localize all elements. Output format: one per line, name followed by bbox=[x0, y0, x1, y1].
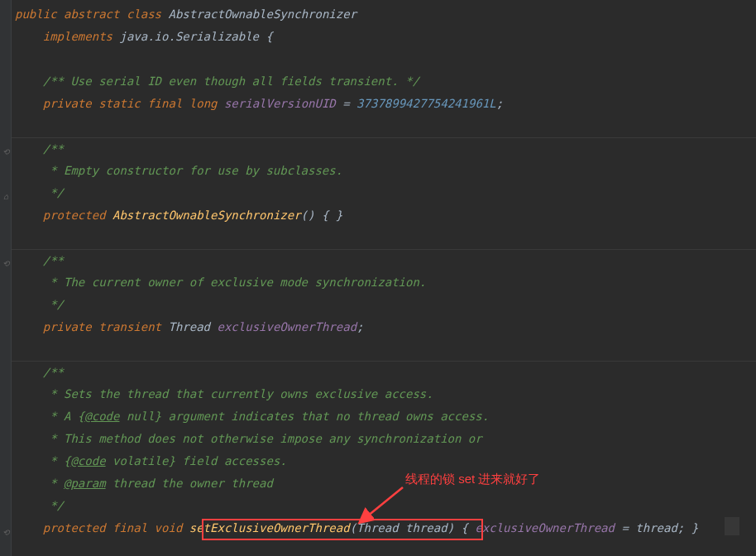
code-line: * A {@code null} argument indicates that… bbox=[12, 405, 756, 428]
method-name: setExclusiveOwnerThread bbox=[189, 521, 350, 534]
op: = bbox=[615, 521, 635, 534]
doc-tag: @param bbox=[64, 477, 106, 490]
doc-comment: null} argument indicates that no thread … bbox=[119, 410, 489, 423]
type-ref: Thread bbox=[168, 320, 210, 333]
code-line: /** Use serial ID even though all fields… bbox=[12, 70, 756, 93]
keyword: final bbox=[147, 97, 182, 110]
semicolon: ; bbox=[356, 320, 363, 333]
doc-comment: * Empty constructor for use by subclasse… bbox=[43, 164, 342, 177]
doc-comment: * A { bbox=[43, 410, 85, 423]
code-line: private transient Thread exclusiveOwnerT… bbox=[12, 316, 756, 338]
field-name: serialVersionUID bbox=[224, 97, 336, 110]
op: = bbox=[336, 97, 356, 110]
brace: { bbox=[259, 30, 273, 43]
code-line: * This method does not otherwise impose … bbox=[12, 428, 756, 450]
code-line: /** bbox=[12, 137, 756, 160]
doc-comment: thread the owner thread bbox=[106, 477, 273, 490]
keyword: class bbox=[127, 7, 161, 21]
gutter-marker-icon[interactable]: ⟲ bbox=[1, 259, 11, 269]
keyword: private bbox=[43, 97, 92, 110]
doc-tag: @code bbox=[70, 454, 105, 467]
doc-comment: * The current owner of exclusive mode sy… bbox=[43, 276, 427, 289]
code-line bbox=[12, 227, 756, 249]
doc-comment: /** bbox=[43, 254, 64, 267]
type-ref: java.io.Serializable bbox=[119, 30, 259, 43]
code-line: * @param thread the owner thread bbox=[12, 472, 756, 495]
keyword: protected bbox=[43, 208, 106, 222]
doc-comment: * Sets the thread that currently owns ex… bbox=[43, 387, 433, 400]
keyword: void bbox=[155, 521, 183, 534]
code-line: public abstract class AbstractOwnableSyn… bbox=[12, 3, 756, 26]
code-line: /** bbox=[12, 249, 756, 271]
doc-comment: /** bbox=[43, 366, 64, 379]
doc-comment: * { bbox=[43, 454, 71, 467]
field-ref: exclusiveOwnerThread bbox=[475, 521, 615, 534]
doc-comment: */ bbox=[43, 298, 64, 311]
code-line: */ bbox=[12, 182, 756, 204]
code-line: * {@code volatile} field accesses. bbox=[12, 450, 756, 472]
code-editor[interactable]: public abstract class AbstractOwnableSyn… bbox=[12, 0, 756, 539]
code-line: implements java.io.Serializable { bbox=[12, 26, 756, 48]
code-line bbox=[12, 115, 756, 137]
code-line: private static final long serialVersionU… bbox=[12, 93, 756, 115]
gutter: ⟲ ⌂ ⟲ ⟲ bbox=[0, 0, 12, 556]
code-line: protected final void setExclusiveOwnerTh… bbox=[12, 517, 756, 539]
paren-open: ( bbox=[350, 521, 356, 534]
code-line: protected AbstractOwnableSynchronizer() … bbox=[12, 204, 756, 227]
semicolon: ; bbox=[496, 97, 503, 110]
code-line bbox=[12, 48, 756, 70]
doc-tag: @code bbox=[84, 410, 119, 423]
param-name: thread bbox=[399, 521, 447, 534]
keyword: public bbox=[15, 7, 57, 21]
keyword: long bbox=[189, 97, 218, 110]
class-name: AbstractOwnableSynchronizer bbox=[168, 7, 356, 21]
keyword: transient bbox=[98, 320, 161, 333]
doc-comment: volatile} field accesses. bbox=[106, 454, 287, 467]
gutter-marker-icon[interactable]: ⟲ bbox=[1, 147, 11, 157]
keyword: final bbox=[112, 521, 147, 534]
keyword: static bbox=[98, 97, 141, 110]
fold-hint-icon bbox=[725, 517, 739, 535]
brace: { bbox=[454, 521, 475, 534]
code-line: * Sets the thread that currently owns ex… bbox=[12, 383, 756, 405]
constructor-name: AbstractOwnableSynchronizer bbox=[112, 208, 301, 222]
doc-comment: */ bbox=[43, 186, 64, 199]
code-line: * Empty constructor for use by subclasse… bbox=[12, 160, 756, 182]
keyword: abstract bbox=[64, 7, 119, 21]
number-literal: 3737899427754241961L bbox=[356, 97, 496, 110]
code-line: */ bbox=[12, 495, 756, 517]
var-ref: thread bbox=[635, 521, 677, 534]
doc-comment: * This method does not otherwise impose … bbox=[43, 432, 482, 445]
field-name: exclusiveOwnerThread bbox=[217, 320, 356, 333]
keyword: private bbox=[43, 320, 92, 333]
doc-comment: /** bbox=[43, 142, 64, 156]
brace: ; } bbox=[677, 521, 698, 534]
paren-close: ) bbox=[447, 521, 454, 534]
doc-comment: /** Use serial ID even though all fields… bbox=[43, 74, 419, 88]
doc-comment: */ bbox=[43, 499, 64, 512]
keyword: protected bbox=[43, 521, 106, 534]
code-line: * The current owner of exclusive mode sy… bbox=[12, 271, 756, 294]
code-line: */ bbox=[12, 294, 756, 316]
parens: () { } bbox=[301, 208, 343, 222]
gutter-marker-icon[interactable]: ⟲ bbox=[1, 528, 11, 538]
doc-comment: * bbox=[43, 477, 64, 490]
keyword: implements bbox=[43, 30, 112, 43]
gutter-marker-icon[interactable]: ⌂ bbox=[1, 192, 11, 202]
code-line: /** bbox=[12, 361, 756, 383]
param-type: Thread bbox=[356, 521, 399, 534]
code-line bbox=[12, 338, 756, 361]
